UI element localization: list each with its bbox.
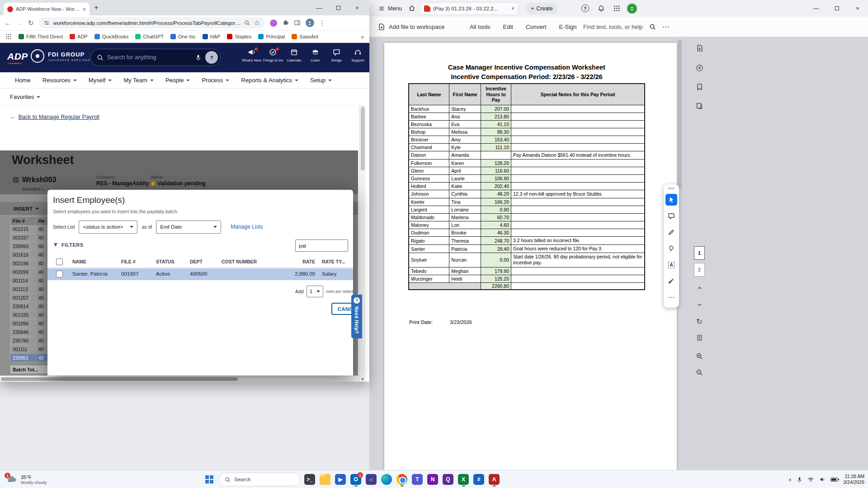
volume-icon[interactable] (819, 476, 826, 483)
date-dropdown[interactable]: End Date (156, 221, 221, 234)
zoom-icon[interactable] (244, 20, 250, 26)
browser-tab[interactable]: ADP Workforce Now - Workshe... × (4, 3, 90, 15)
acrobat-maximize-button[interactable] (826, 0, 847, 17)
nav-item[interactable]: People (160, 77, 196, 84)
select-tool-icon[interactable] (665, 194, 677, 206)
bookmark-star-icon[interactable]: ☆ (254, 19, 260, 27)
tab-close-icon[interactable]: × (511, 5, 514, 12)
manage-lists-link[interactable]: Manage Lists (231, 224, 263, 230)
sign-tool-icon[interactable] (665, 275, 677, 287)
start-button[interactable] (202, 472, 217, 487)
esign-tab[interactable]: E-Sign (559, 23, 576, 30)
browser-minimize-button[interactable]: — (310, 0, 329, 15)
side-panel-icon[interactable] (294, 19, 301, 26)
back-to-payroll-link[interactable]: ← Back to Manage Regular Payroll (10, 114, 99, 120)
scrollbar-thumb[interactable] (678, 40, 682, 189)
bookmark-item[interactable]: HAP (203, 34, 221, 39)
convert-tab[interactable]: Convert (526, 23, 547, 30)
next-page-icon[interactable] (688, 301, 711, 308)
notifications-button[interactable] (594, 0, 609, 17)
taskbar-app[interactable]: ▶ (333, 472, 348, 487)
header-tool-support[interactable]: Support (347, 47, 368, 62)
employee-search-input[interactable] (295, 239, 348, 252)
refresh-icon[interactable]: ↻ (688, 317, 711, 326)
header-tool-bridge[interactable]: Bridge (326, 47, 347, 62)
find-label[interactable]: Find text, tools, or help (583, 23, 643, 30)
nav-item[interactable]: My Team (118, 77, 160, 84)
zoom-in-icon[interactable] (688, 352, 711, 360)
all-tools-tab[interactable]: All tools (470, 23, 491, 30)
taskbar-app[interactable]: >_ (302, 472, 317, 487)
toolbar-drag-handle[interactable] (668, 188, 675, 189)
browser-maximize-button[interactable] (329, 0, 348, 15)
row-checkbox[interactable] (56, 271, 63, 277)
acrobat-minimize-button[interactable]: — (806, 0, 826, 17)
bookmark-item[interactable]: One Inc (170, 34, 196, 39)
reload-icon[interactable]: ↻ (28, 19, 34, 26)
rows-count-dropdown[interactable]: 1 (307, 286, 323, 297)
taskbar-app[interactable]: # (471, 472, 486, 487)
bookmark-item[interactable]: Principal (258, 34, 285, 39)
bookmark-item[interactable]: ADP (70, 34, 88, 39)
voice-search-icon[interactable] (195, 54, 202, 61)
create-button[interactable]: + Create (525, 3, 558, 14)
nav-item[interactable]: Resources (37, 77, 83, 84)
need-help-tab[interactable]: ? Need Help? (351, 295, 362, 338)
tab-close-icon[interactable]: × (82, 6, 86, 12)
taskbar-app[interactable]: T (410, 472, 425, 487)
weather-widget[interactable]: 1 35°F Mostly cloudy (3, 472, 51, 487)
extension-icon[interactable] (270, 19, 277, 27)
employee-result-row[interactable]: Santer, Patricia 001907 Active 400500 2,… (47, 268, 353, 280)
bookmark-item[interactable]: Staples (227, 34, 251, 39)
hidden-icons-chevron[interactable]: ∧ (788, 477, 792, 482)
page-thumbnails-icon[interactable] (688, 102, 711, 110)
adp-search-bar[interactable]: Search for anything (90, 49, 221, 66)
taskbar-app[interactable]: ∩ (363, 472, 379, 487)
taskbar-app[interactable]: N (425, 472, 440, 487)
bookmark-item[interactable]: QuickBooks (94, 34, 129, 39)
bookmark-item[interactable]: Fifth Third Direct (19, 34, 63, 39)
scroll-down-icon[interactable]: ▼ (359, 377, 366, 381)
add-text-tool-icon[interactable]: A (665, 259, 677, 271)
scrollbar-thumb[interactable] (361, 107, 365, 170)
nav-item[interactable]: Setup (304, 77, 338, 84)
draw-tool-icon[interactable] (665, 226, 677, 238)
adp-logo[interactable]: ADP (7, 51, 28, 62)
taskbar-app[interactable]: Q (440, 472, 456, 487)
ai-assistant-icon[interactable] (688, 64, 711, 72)
export-pdf-icon[interactable] (688, 44, 711, 52)
taskbar-app[interactable]: O 1 (348, 472, 363, 487)
insert-button[interactable]: INSERT (14, 206, 39, 211)
clock[interactable]: 11:28 AM 3/24/2026 (843, 474, 864, 485)
new-tab-button[interactable]: + (94, 3, 99, 12)
wifi-icon[interactable] (807, 476, 814, 483)
back-icon[interactable]: ← (5, 19, 11, 26)
page-view-icon[interactable] (688, 334, 711, 341)
add-file-button[interactable]: Add file to workspace (377, 17, 445, 37)
home-icon[interactable] (408, 5, 415, 12)
browser-profile-avatar[interactable] (306, 19, 314, 27)
filters-toggle[interactable]: FILTERS (53, 242, 84, 248)
lasso-tool-icon[interactable] (665, 243, 677, 254)
horizontal-scrollbar[interactable] (0, 375, 359, 382)
header-tool-whats-new[interactable]: What's New (241, 47, 262, 62)
header-tool-learn[interactable]: Learn (305, 47, 326, 62)
header-tool-things-to-do[interactable]: Things to Do (262, 47, 283, 62)
status-list-dropdown[interactable]: <status is active> (79, 221, 137, 234)
acrobat-menu-button[interactable]: Menu (378, 0, 402, 17)
site-info-icon[interactable] (43, 20, 50, 26)
browser-close-button[interactable]: × (348, 0, 367, 15)
select-all-checkbox[interactable] (56, 258, 63, 265)
browser-menu-icon[interactable]: ⋮ (319, 19, 326, 27)
taskbar-app[interactable] (317, 472, 333, 487)
taskbar-search[interactable]: Search (219, 473, 300, 486)
bookmark-item[interactable]: SaasAnt (292, 34, 318, 39)
nav-item[interactable]: Myself (83, 77, 118, 84)
taskbar-app[interactable] (379, 472, 394, 487)
search-submit-button[interactable] (205, 51, 218, 64)
previous-page-icon[interactable] (688, 285, 711, 291)
taskbar-app[interactable] (394, 472, 410, 487)
extensions-puzzle-icon[interactable] (282, 19, 289, 26)
scrollbar-thumb[interactable] (1, 377, 238, 381)
vertical-scrollbar[interactable]: ▼ (359, 106, 365, 382)
